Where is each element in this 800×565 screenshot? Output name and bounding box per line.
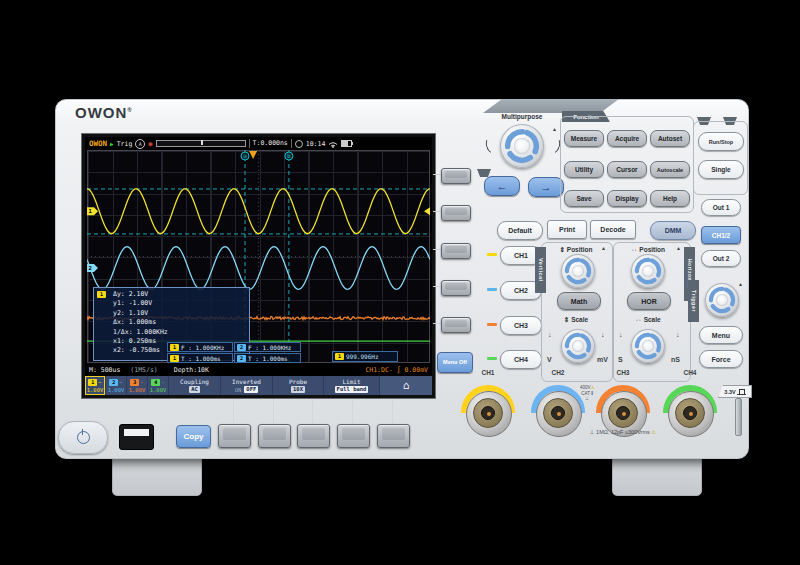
channel-cell-4[interactable]: 4- 1.00V xyxy=(148,376,169,395)
ch1-bnc-connector xyxy=(466,391,512,437)
nav-right-button[interactable]: → xyxy=(528,177,564,197)
out1-button[interactable]: Out 1 xyxy=(701,199,741,216)
ch4-button[interactable]: CH4 xyxy=(500,350,542,369)
measure-value: T : 1.000ms xyxy=(248,354,288,363)
softkey-f2[interactable] xyxy=(441,205,471,221)
trig-status-label: Trig xyxy=(117,140,133,148)
single-button[interactable]: Single xyxy=(698,160,744,179)
save-button[interactable]: Save xyxy=(564,190,604,207)
timebase-readout: M: 500us xyxy=(89,366,120,374)
decode-button[interactable]: Decode xyxy=(590,220,636,239)
softmenu-inverted[interactable]: Inverted ON OFF xyxy=(221,376,273,395)
acquire-button[interactable]: Acquire xyxy=(607,130,647,147)
hor-button[interactable]: HOR xyxy=(627,292,671,310)
power-icon xyxy=(77,431,90,444)
multipurpose-label: Multipurpose xyxy=(482,113,562,120)
zero-set-icon: ▲ xyxy=(676,245,681,251)
print-button[interactable]: Print xyxy=(547,220,587,239)
waveform-position-bar[interactable] xyxy=(156,140,246,147)
vertical-knob-icon: ⇕ xyxy=(560,246,565,253)
ch1-color-mark xyxy=(487,253,497,256)
impedance-label: ⊥ 1MΩ, 12pF ≤300Vrms ⚠ xyxy=(548,430,698,436)
trigger-readout: CH1:DC- ∫ 0.00mV xyxy=(365,366,428,374)
home-icon: ⌂ xyxy=(403,379,410,392)
help-button[interactable]: Help xyxy=(650,190,690,207)
channel-badge: 1 xyxy=(97,291,106,298)
measure-period-ch1: 1 T : 1.000ms xyxy=(167,353,233,363)
horizontal-scale-knob[interactable] xyxy=(631,329,665,363)
power-button[interactable] xyxy=(58,421,108,454)
trigger-level-knob[interactable] xyxy=(705,283,739,317)
softkey-f3[interactable] xyxy=(441,243,471,259)
coupling-symbol: ~ xyxy=(98,379,101,385)
menu-label: Limit xyxy=(342,378,360,385)
measure-value: T : 1.000ms xyxy=(181,354,221,363)
usb-port[interactable] xyxy=(119,424,154,450)
default-button[interactable]: Default xyxy=(497,221,543,240)
multipurpose-knob[interactable] xyxy=(500,124,544,168)
horizontal-knob-icon: ⇔ xyxy=(631,246,638,253)
nav-left-button[interactable]: ← xyxy=(484,176,520,196)
ch1-2-button[interactable]: CH1/2 xyxy=(701,226,741,244)
softkey-f1[interactable] xyxy=(441,168,471,184)
volts-per-div: 1.00V xyxy=(150,387,167,393)
home-button[interactable]: ⌂ xyxy=(380,376,432,395)
cursor-button[interactable]: Cursor xyxy=(607,161,647,178)
channel-cell-1[interactable]: 1~ 1.00V xyxy=(85,376,106,395)
channel-badge: 2 xyxy=(237,344,246,351)
channel-cell-3[interactable]: 3- 1.00V xyxy=(127,376,148,395)
copy-button[interactable]: Copy xyxy=(176,425,211,448)
utility-button[interactable]: Utility xyxy=(564,161,604,178)
trigger-menu-button[interactable]: Menu xyxy=(699,326,743,344)
channel-badge: 1 xyxy=(335,353,344,360)
softmenu-probe[interactable]: Probe 10X xyxy=(273,376,324,395)
left-arrow-icon: ← xyxy=(497,180,508,192)
out2-button[interactable]: Out 2 xyxy=(701,250,741,267)
softkey-h1[interactable] xyxy=(218,424,251,448)
option-on: ON xyxy=(235,387,242,393)
menu-label: Inverted xyxy=(232,378,261,385)
cursor-row: 1/Δx: 1.000KHz xyxy=(113,328,249,337)
square-wave-icon xyxy=(737,389,746,395)
softkey-f4[interactable] xyxy=(441,280,471,296)
zero-set-icon: ▲ xyxy=(552,126,557,132)
ch3-button[interactable]: CH3 xyxy=(500,316,542,335)
softkey-h2[interactable] xyxy=(258,424,291,448)
dmm-button[interactable]: DMM xyxy=(650,221,696,240)
bezel-accent-stripe xyxy=(483,99,619,113)
screen-topbar: OWON ▶ Trig A ◉ T:0.000ns 10:14 xyxy=(85,137,432,150)
display-button[interactable]: Display xyxy=(607,190,647,207)
measure-button[interactable]: Measure xyxy=(564,130,604,147)
channel-badge: 4 xyxy=(151,379,160,386)
down-arrow-icon: ↓ xyxy=(619,331,623,338)
ch2-color-mark xyxy=(487,288,497,291)
autoscale-button[interactable]: Autoscale xyxy=(650,161,690,178)
softmenu-limit[interactable]: Limit Full band xyxy=(324,376,380,395)
menu-label: Coupling xyxy=(180,378,209,385)
math-button[interactable]: Math xyxy=(557,292,601,310)
freq-counter-box: 1 999.996Hz xyxy=(332,351,398,362)
freq-counter-value: 999.996Hz xyxy=(346,352,379,361)
softkey-h3[interactable] xyxy=(297,424,330,448)
softkey-f5[interactable] xyxy=(441,317,471,333)
measure-period-ch2: 2 T : 1.000ms xyxy=(234,353,301,363)
softkey-h4[interactable] xyxy=(337,424,370,448)
measure-value: F : 1.000KHz xyxy=(248,343,291,352)
menu-off-button[interactable]: Menu Off xyxy=(437,352,473,373)
vertical-position-knob[interactable] xyxy=(561,254,595,288)
force-button[interactable]: Force xyxy=(699,350,743,368)
clock-readout: 10:14 xyxy=(306,140,326,148)
channel-cell-2[interactable]: 2~ 1.00V xyxy=(106,376,127,395)
horizontal-position-knob[interactable] xyxy=(631,254,665,288)
lcd-screen[interactable]: OWON ▶ Trig A ◉ T:0.000ns 10:14 12ab 1 Δ… xyxy=(85,137,432,395)
softkey-h5[interactable] xyxy=(377,424,410,448)
vertical-scale-knob[interactable] xyxy=(561,329,595,363)
run-stop-button[interactable]: Run/Stop xyxy=(698,132,744,151)
autoset-button[interactable]: Autoset xyxy=(650,130,690,147)
menu-value: AC xyxy=(189,386,200,393)
down-arrow-icon: ↓ xyxy=(676,331,680,338)
horizontal-scale-label: ⇔ Scale xyxy=(613,316,683,323)
right-arrow-icon: → xyxy=(541,181,552,193)
softmenu-coupling[interactable]: Coupling AC xyxy=(169,376,221,395)
bnc-label-ch2: CH2 xyxy=(544,369,572,376)
